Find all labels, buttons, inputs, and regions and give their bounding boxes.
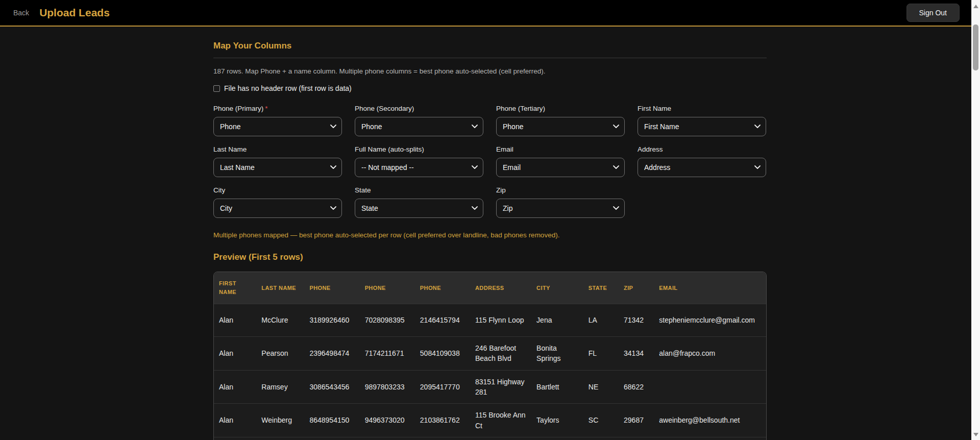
field-label-text: Phone (Primary) (213, 105, 263, 112)
table-row: Alan Pearson 2396498474 7174211671 50841… (214, 337, 766, 371)
field-label: Phone (Secondary) (355, 105, 483, 112)
city-select[interactable]: City (213, 199, 342, 218)
no-header-checkbox-label[interactable]: File has no header row (first row is dat… (224, 84, 352, 92)
col-header-first-name: First Name (214, 272, 256, 304)
no-header-checkbox[interactable] (213, 85, 220, 92)
col-header-zip: Zip (619, 272, 654, 304)
cell-state: LA (583, 304, 619, 337)
field-label: Phone (Primary)* (213, 105, 342, 112)
field-label: Email (496, 145, 625, 153)
scroll-down-arrow-icon[interactable] (971, 430, 980, 439)
field-label: Last Name (213, 145, 342, 153)
heading-divider (213, 58, 767, 58)
column-mapping-grid: Phone (Primary)* Phone Phone (Secondary)… (213, 105, 767, 218)
cell-phone-3: 2095417770 (415, 370, 470, 404)
select-wrap: Phone (355, 117, 483, 136)
cell-city: Jena (531, 304, 583, 337)
preview-table: First Name Last Name Phone Phone Phone A… (213, 272, 767, 440)
field-first-name: First Name First Name (638, 105, 766, 136)
cell-last-name: Pearson (256, 337, 304, 371)
scroll-up-arrow-icon[interactable] (971, 2, 980, 11)
cell-first-name (214, 437, 256, 440)
cell-first-name: Alan (214, 404, 256, 437)
cell-email (654, 437, 766, 440)
field-phone-tertiary: Phone (Tertiary) Phone (496, 105, 625, 136)
cell-zip (619, 437, 654, 440)
field-last-name: Last Name Last Name (213, 145, 342, 177)
col-header-phone-3: Phone (415, 272, 470, 304)
cell-phone-1: 3086543456 (304, 370, 359, 404)
cell-phone-3: 2103861762 (415, 404, 470, 437)
cell-last-name (256, 437, 304, 440)
full-name-select[interactable]: -- Not mapped -- (355, 158, 483, 177)
cell-phone-2: 9496373020 (360, 404, 415, 437)
last-name-select[interactable]: Last Name (213, 158, 342, 177)
vertical-scrollbar[interactable] (971, 0, 980, 440)
field-label: Phone (Tertiary) (496, 105, 625, 112)
cell-last-name: Weinberg (256, 404, 304, 437)
back-link[interactable]: Back (13, 9, 29, 17)
topbar: Back Upload Leads Sign Out (0, 0, 980, 27)
row-count-info: 187 rows. Map Phone + a name column. Mul… (213, 67, 767, 75)
cell-email: aweinberg@bellsouth.net (654, 404, 766, 437)
cell-zip: 29687 (619, 404, 654, 437)
state-select[interactable]: State (355, 199, 483, 218)
col-header-phone-1: Phone (304, 272, 359, 304)
select-wrap: Phone (496, 117, 625, 136)
phone-tertiary-select[interactable]: Phone (496, 117, 625, 136)
cell-first-name: Alan (214, 304, 256, 337)
email-select[interactable]: Email (496, 158, 625, 177)
sign-out-button[interactable]: Sign Out (906, 4, 960, 22)
cell-phone-2 (360, 437, 415, 440)
field-city: City City (213, 186, 342, 218)
first-name-select[interactable]: First Name (638, 117, 766, 136)
col-header-city: City (531, 272, 583, 304)
select-wrap: First Name (638, 117, 766, 136)
col-header-last-name: Last Name (256, 272, 304, 304)
col-header-email: Email (654, 272, 766, 304)
cell-city: Bartlett (531, 370, 583, 404)
address-select[interactable]: Address (638, 158, 766, 177)
cell-city: Taylors (531, 404, 583, 437)
cell-phone-1 (304, 437, 359, 440)
field-zip: Zip Zip (496, 186, 625, 218)
map-columns-heading: Map Your Columns (213, 41, 767, 51)
table-header-row: First Name Last Name Phone Phone Phone A… (214, 272, 766, 304)
cell-state: SC (583, 404, 619, 437)
multi-phone-note: Multiple phones mapped — best phone auto… (213, 231, 767, 239)
preview-heading: Preview (First 5 rows) (213, 252, 767, 262)
select-wrap: -- Not mapped -- (355, 158, 483, 177)
zip-select[interactable]: Zip (496, 199, 625, 218)
phone-secondary-select[interactable]: Phone (355, 117, 483, 136)
select-wrap: City (213, 199, 342, 218)
cell-phone-2: 7174211671 (360, 337, 415, 371)
cell-last-name: Ramsey (256, 370, 304, 404)
field-label: City (213, 186, 342, 194)
cell-first-name: Alan (214, 370, 256, 404)
cell-phone-3 (415, 437, 470, 440)
select-wrap: Zip (496, 199, 625, 218)
required-asterisk: * (265, 105, 267, 112)
select-wrap: Phone (213, 117, 342, 136)
field-phone-secondary: Phone (Secondary) Phone (355, 105, 483, 136)
cell-state: NE (583, 370, 619, 404)
cell-phone-1: 2396498474 (304, 337, 359, 371)
page-title: Upload Leads (39, 7, 110, 19)
cell-address: 6142 (470, 437, 531, 440)
cell-zip: 71342 (619, 304, 654, 337)
field-label: Full Name (auto-splits) (355, 145, 483, 153)
scrollbar-thumb[interactable] (973, 25, 978, 70)
table-row: 6142 (214, 437, 766, 440)
col-header-state: State (583, 272, 619, 304)
no-header-checkbox-row: File has no header row (first row is dat… (213, 84, 767, 92)
field-phone-primary: Phone (Primary)* Phone (213, 105, 342, 136)
cell-phone-3: 5084109038 (415, 337, 470, 371)
phone-primary-select[interactable]: Phone (213, 117, 342, 136)
col-header-phone-2: Phone (360, 272, 415, 304)
field-state: State State (355, 186, 483, 218)
cell-last-name: McClure (256, 304, 304, 337)
field-full-name: Full Name (auto-splits) -- Not mapped -- (355, 145, 483, 177)
main-content: Map Your Columns 187 rows. Map Phone + a… (213, 27, 767, 440)
field-label: Address (638, 145, 766, 153)
table-row: Alan Ramsey 3086543456 9897803233 209541… (214, 370, 766, 404)
